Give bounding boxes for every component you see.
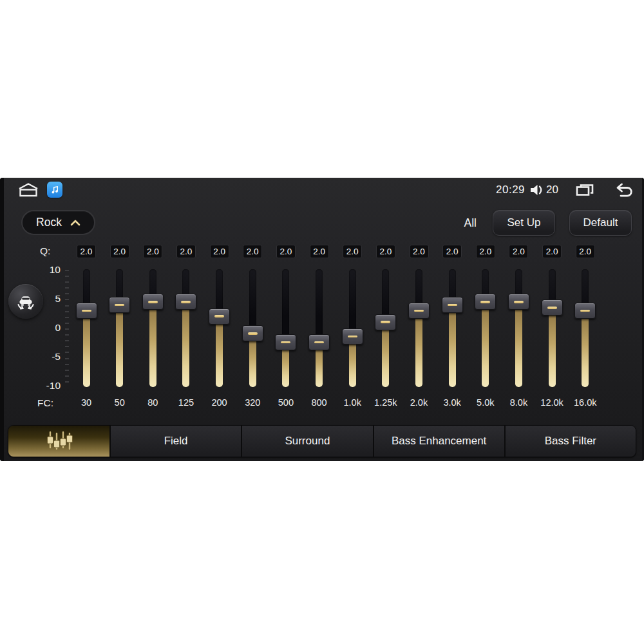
eq-band-3.0k: 2.0 3.0k (435, 178, 469, 461)
slider-handle[interactable] (442, 297, 463, 313)
handle-dash (214, 315, 224, 317)
slider-handle[interactable] (342, 328, 363, 345)
slider-track[interactable] (482, 269, 489, 387)
equalizer-bands: 2.0 30 2.0 50 2.0 80 2.0 12 (0, 178, 644, 461)
q-value-chip[interactable]: 2.0 (210, 245, 229, 258)
q-value-chip[interactable]: 2.0 (509, 245, 528, 258)
dsp-tab-bar: Field Surround Bass Enhancement Bass Fil… (8, 425, 636, 457)
handle-dash (281, 341, 290, 344)
eq-band-1.0k: 2.0 1.0k (336, 178, 369, 461)
slider-fill (449, 305, 456, 387)
band-frequency-label: 80 (136, 397, 169, 408)
slider-fill (415, 310, 422, 387)
slider-handle[interactable] (142, 294, 164, 310)
q-value-chip[interactable]: 2.0 (410, 245, 429, 258)
q-value-chip[interactable]: 2.0 (310, 245, 329, 258)
slider-track[interactable] (582, 269, 589, 387)
band-frequency-label: 200 (203, 397, 236, 408)
handle-dash (115, 304, 124, 307)
eq-band-50: 2.0 50 (103, 178, 137, 461)
slider-fill (482, 302, 489, 387)
tab-bass-enhancement[interactable]: Bass Enhancement (373, 426, 504, 457)
q-value-chip[interactable]: 2.0 (442, 245, 462, 258)
eq-band-12.0k: 2.0 12.0k (535, 178, 569, 461)
slider-handle[interactable] (475, 294, 496, 310)
slider-track[interactable] (549, 269, 556, 387)
slider-handle[interactable] (308, 334, 330, 350)
slider-track[interactable] (83, 269, 90, 387)
tab-equalizer[interactable] (8, 426, 109, 457)
handle-dash (514, 301, 524, 303)
q-value-chip[interactable]: 2.0 (476, 245, 495, 258)
band-frequency-label: 125 (169, 397, 203, 408)
q-value-chip[interactable]: 2.0 (77, 245, 96, 258)
band-frequency-label: 1.25k (369, 397, 402, 408)
slider-handle[interactable] (175, 294, 196, 310)
slider-handle[interactable] (275, 334, 296, 350)
handle-dash (580, 310, 590, 312)
slider-fill (249, 334, 256, 387)
tab-field[interactable]: Field (109, 426, 241, 457)
q-value-chip[interactable]: 2.0 (276, 245, 296, 258)
band-frequency-label: 800 (303, 397, 336, 408)
slider-fill (582, 310, 589, 387)
q-value-chip[interactable]: 2.0 (143, 245, 162, 258)
slider-fill (116, 305, 123, 387)
q-value-chip[interactable]: 2.0 (176, 245, 196, 258)
slider-handle[interactable] (408, 303, 430, 319)
equalizer-sliders-icon (44, 430, 74, 453)
slider-track[interactable] (515, 269, 522, 387)
slider-track[interactable] (282, 269, 289, 387)
slider-fill (549, 308, 556, 387)
slider-track[interactable] (316, 269, 323, 387)
handle-dash (348, 336, 357, 338)
eq-band-1.25k: 2.0 1.25k (369, 178, 402, 461)
tab-label: Surround (285, 435, 330, 448)
band-frequency-label: 500 (269, 397, 303, 408)
band-frequency-label: 3.0k (435, 397, 469, 408)
slider-handle[interactable] (242, 325, 263, 341)
handle-dash (248, 332, 258, 335)
eq-band-125: 2.0 125 (169, 178, 203, 461)
slider-handle[interactable] (375, 314, 396, 330)
handle-dash (480, 301, 490, 303)
eq-band-320: 2.0 320 (236, 178, 269, 461)
tab-label: Field (164, 435, 188, 448)
tab-bass-filter[interactable]: Bass Filter (504, 426, 636, 457)
slider-handle[interactable] (76, 303, 97, 319)
eq-band-800: 2.0 800 (303, 178, 336, 461)
slider-track[interactable] (149, 269, 156, 387)
slider-handle[interactable] (542, 299, 563, 316)
slider-fill (216, 316, 223, 387)
eq-band-16.0k: 2.0 16.0k (569, 178, 602, 461)
eq-band-5.0k: 2.0 5.0k (469, 178, 502, 461)
slider-fill (515, 302, 522, 387)
slider-handle[interactable] (508, 294, 529, 310)
q-value-chip[interactable]: 2.0 (576, 245, 595, 258)
band-frequency-label: 1.0k (336, 397, 369, 408)
slider-track[interactable] (216, 269, 223, 387)
handle-dash (414, 310, 424, 312)
slider-handle[interactable] (109, 297, 130, 313)
band-frequency-label: 8.0k (502, 397, 535, 408)
slider-fill (182, 302, 189, 387)
q-value-chip[interactable]: 2.0 (542, 245, 562, 258)
q-value-chip[interactable]: 2.0 (343, 245, 362, 258)
handle-dash (381, 321, 390, 323)
slider-fill (83, 310, 90, 387)
q-value-chip[interactable]: 2.0 (110, 245, 129, 258)
handle-dash (181, 301, 191, 303)
q-value-chip[interactable]: 2.0 (243, 245, 262, 258)
slider-track[interactable] (116, 269, 123, 387)
tab-surround[interactable]: Surround (241, 426, 372, 457)
slider-track[interactable] (449, 269, 456, 387)
q-value-chip[interactable]: 2.0 (376, 245, 395, 258)
slider-track[interactable] (415, 269, 422, 387)
slider-handle[interactable] (574, 303, 596, 319)
slider-handle[interactable] (209, 308, 230, 325)
tab-label: Bass Filter (545, 435, 596, 448)
slider-fill (382, 322, 389, 387)
band-frequency-label: 5.0k (469, 397, 502, 408)
slider-track[interactable] (182, 269, 189, 387)
eq-band-200: 2.0 200 (203, 178, 236, 461)
